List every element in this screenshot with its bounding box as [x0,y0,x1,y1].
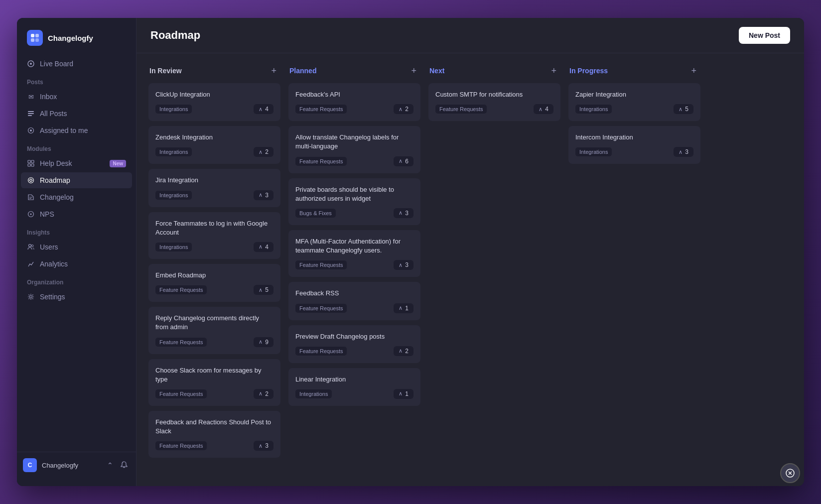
card-tag: Feature Requests [155,338,207,347]
column-add-button-planned[interactable]: + [408,65,419,76]
svg-rect-6 [28,111,34,112]
sidebar-item-users[interactable]: Users [21,239,132,255]
vote-badge[interactable]: ∧2 [394,104,413,114]
card-title: Jira Integration [155,176,274,185]
card-footer: Integrations∧5 [575,104,693,114]
card-title: Zendesk Integration [155,133,274,142]
svg-point-21 [31,245,33,247]
vote-badge[interactable]: ∧9 [254,337,274,347]
card[interactable]: Zapier IntegrationIntegrations∧5 [568,83,700,121]
column-title-planned: Planned [289,67,316,75]
column-cards-in-review: ClickUp IntegrationIntegrations∧4Zendesk… [148,83,280,458]
new-post-button[interactable]: New Post [739,27,790,44]
card-tag: Integrations [575,105,612,114]
card[interactable]: Linear IntegrationIntegrations∧1 [288,368,420,406]
sidebar-item-live-board[interactable]: Live Board [21,56,132,72]
card[interactable]: Embed RoadmapFeature Requests∧5 [148,264,280,302]
svg-rect-12 [31,160,34,163]
vote-badge[interactable]: ∧1 [394,389,413,399]
sidebar-item-all-posts[interactable]: All Posts [21,106,132,122]
vote-count: 4 [265,244,269,251]
card[interactable]: Choose Slack room for messages by typeFe… [148,359,280,406]
card[interactable]: MFA (Multi-Factor Authentication) for te… [288,230,420,277]
vote-badge[interactable]: ∧3 [394,260,413,270]
sidebar-item-analytics-label: Analytics [40,260,68,268]
main-content: Roadmap New Post In Review+ClickUp Integ… [137,18,804,486]
help-button[interactable] [780,463,800,483]
sidebar-item-nps[interactable]: NPS [21,206,132,222]
vote-arrow-icon: ∧ [259,106,263,113]
card[interactable]: Allow translate Changelog labels for mul… [288,126,420,173]
sidebar-item-analytics[interactable]: Analytics [21,256,132,272]
vote-count: 4 [545,106,548,113]
vote-count: 1 [405,305,409,312]
vote-badge[interactable]: ∧6 [394,156,413,166]
vote-badge[interactable]: ∧3 [394,208,413,218]
svg-rect-14 [31,164,34,166]
svg-rect-3 [35,38,39,42]
card-tag: Integrations [155,105,192,114]
vote-badge[interactable]: ∧5 [254,285,274,295]
card[interactable]: Feedback RSSFeature Requests∧1 [288,282,420,320]
vote-count: 5 [265,286,269,293]
vote-arrow-icon: ∧ [399,158,403,164]
card[interactable]: Preview Draft Changelog postsFeature Req… [288,325,420,363]
sidebar-item-inbox[interactable]: ✉ Inbox [21,89,132,105]
sidebar-item-settings[interactable]: Settings [21,289,132,305]
sidebar: Changelogfy Live Board Posts ✉ Inbox [17,18,137,486]
vote-count: 2 [405,348,409,355]
vote-badge[interactable]: ∧3 [254,441,274,451]
card[interactable]: Reply Changelog comments directly from a… [148,307,280,354]
svg-point-10 [30,129,32,131]
vote-badge[interactable]: ∧2 [394,346,413,356]
svg-rect-7 [28,113,34,114]
card[interactable]: Zendesk IntegrationIntegrations∧2 [148,126,280,164]
card[interactable]: Jira IntegrationIntegrations∧3 [148,169,280,207]
vote-arrow-icon: ∧ [399,106,403,113]
sidebar-item-assigned-to-me[interactable]: Assigned to me [21,123,132,138]
svg-point-20 [29,245,31,247]
vote-badge[interactable]: ∧4 [254,242,274,252]
sidebar-item-changelog[interactable]: Changelog [21,189,132,205]
vote-badge[interactable]: ∧2 [254,147,274,157]
vote-count: 2 [265,148,269,155]
column-add-button-in-review[interactable]: + [268,65,279,76]
vote-arrow-icon: ∧ [259,244,263,250]
card[interactable]: Intercom IntegrationIntegrations∧3 [568,126,700,164]
column-add-button-in-progress[interactable]: + [688,65,699,76]
vote-badge[interactable]: ∧3 [674,147,693,157]
card[interactable]: Feedback's APIFeature Requests∧2 [288,83,420,121]
sidebar-item-roadmap[interactable]: Roadmap [21,172,132,188]
page-title: Roadmap [150,29,200,42]
vote-arrow-icon: ∧ [259,192,263,198]
column-add-button-next[interactable]: + [548,65,559,76]
vote-badge[interactable]: ∧4 [254,104,274,114]
card[interactable]: Feedback and Reactions Should Post to Sl… [148,411,280,458]
sidebar-item-roadmap-label: Roadmap [40,176,70,184]
chevron-up-icon[interactable]: ⌃ [105,459,115,471]
sidebar-item-users-label: Users [40,243,58,251]
vote-count: 1 [405,390,409,397]
vote-badge[interactable]: ∧2 [254,389,274,399]
vote-badge[interactable]: ∧3 [254,190,274,200]
card-title: Linear Integration [295,375,413,384]
vote-count: 9 [265,339,269,346]
column-next: Next+Custom SMTP for notificationsFeatur… [428,63,560,476]
bell-icon[interactable] [118,459,130,472]
sidebar-item-help-desk[interactable]: Help Desk New [21,155,132,171]
card[interactable]: Force Teammates to log in with Google Ac… [148,212,280,259]
card[interactable]: Custom SMTP for notificationsFeature Req… [428,83,560,121]
column-header-in-review: In Review+ [148,63,280,78]
card-footer: Feature Requests∧5 [155,285,274,295]
vote-count: 3 [405,261,409,268]
vote-badge[interactable]: ∧4 [534,104,553,114]
card-title: Preview Draft Changelog posts [295,332,413,341]
card-tag: Feature Requests [155,285,207,294]
card-title: Embed Roadmap [155,271,274,280]
vote-badge[interactable]: ∧1 [394,303,413,313]
vote-badge[interactable]: ∧5 [674,104,693,114]
card-footer: Integrations∧2 [155,147,274,157]
vote-count: 2 [265,390,269,397]
card[interactable]: ClickUp IntegrationIntegrations∧4 [148,83,280,121]
card[interactable]: Private boards should be visible to auth… [288,178,420,225]
